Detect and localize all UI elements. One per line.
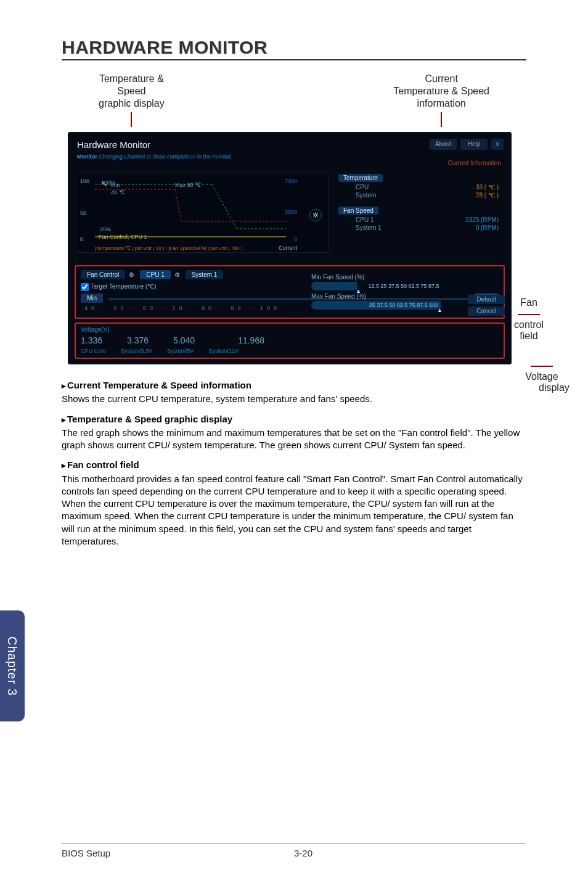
temp-cpu-value: 33 ( ℃ ) xyxy=(476,184,499,191)
section-para: This motherboard provides a fan speed co… xyxy=(62,473,526,548)
hardware-monitor-window: Hardware Monitor About Help x Monitor Ch… xyxy=(68,132,512,364)
temperature-tab[interactable]: Temperature xyxy=(338,174,383,182)
top-annotations: Temperature & Speed graphic display Curr… xyxy=(62,73,526,132)
page-footer: BIOS Setup 3-20 xyxy=(62,844,526,858)
min-button[interactable]: Min xyxy=(81,294,103,303)
anno-graph-display: Temperature & Speed graphic display xyxy=(99,73,165,127)
anno-text: Temperature & xyxy=(99,73,164,85)
anno-text: Voltage xyxy=(525,371,558,382)
callout-line xyxy=(441,112,442,127)
temp-system-label: System xyxy=(356,192,376,199)
anno-voltage: Voltage display xyxy=(514,360,570,393)
chapter-tab: Chapter 3 xyxy=(0,610,25,721)
page-title: HARDWARE MONITOR xyxy=(62,37,526,60)
label-current: Current xyxy=(279,245,297,251)
min-fan-speed-label: Min Fan Speed (%) xyxy=(311,274,496,281)
y2-axis-3500: 3500 xyxy=(285,209,297,215)
section-heading-current: Current Temperature & Speed information xyxy=(62,379,526,392)
footer-page-number: 3-20 xyxy=(294,848,312,858)
voltage-panel: Voltage(V) 1.336 3.376 5.040 11.968 CPU … xyxy=(75,322,505,359)
svg-line-4 xyxy=(175,189,181,221)
footer-section: BIOS Setup xyxy=(62,848,294,858)
y2-axis-7000: 7000 xyxy=(285,178,297,184)
fan-control-label: Fan Control xyxy=(81,270,125,279)
section-para: Shows the current CPU temperature, syste… xyxy=(62,393,526,405)
anno-text: display xyxy=(539,382,570,393)
fanspeed-tab[interactable]: Fan Speed xyxy=(338,207,378,215)
gear-icon[interactable]: ⚙ xyxy=(174,271,182,279)
voltage-lab-3v3: System/3.3V xyxy=(121,348,152,354)
label-min: Min xyxy=(111,182,120,188)
tab-cpu1[interactable]: CPU 1 xyxy=(140,270,170,279)
temp-speed-graph: 100 50 0 ⤡ 100% Min 40 ℃ xyxy=(76,173,329,253)
close-button[interactable]: x xyxy=(491,139,504,150)
anno-fan-field: Fan control field xyxy=(514,297,544,342)
fan-icon: ✲ xyxy=(309,209,322,221)
voltage-12v: 11.968 xyxy=(238,335,264,345)
svg-line-1 xyxy=(212,184,237,229)
voltage-lab-12v: System/12V xyxy=(209,348,239,354)
slider-values: 25 37.5 50 62.5 75 87.5 100 xyxy=(369,302,439,308)
monitor-label: Monitor xyxy=(77,154,97,160)
tab-system1[interactable]: System 1 xyxy=(186,270,224,279)
default-button[interactable]: Default xyxy=(468,295,505,304)
fan-sys1-label: System 1 xyxy=(356,224,382,231)
min-fan-speed-slider[interactable]: 12.5 25 37.5 50 62.5 75 87.5▲ xyxy=(311,282,496,290)
y2-axis-0: 0 xyxy=(294,236,297,242)
voltage-lab-cpucore: CPU Core xyxy=(81,348,106,354)
anno-text: Fan xyxy=(520,297,537,308)
voltage-cpu-core: 1.336 xyxy=(81,335,102,345)
about-button[interactable]: About xyxy=(430,139,457,150)
temp-system-value: 28 ( ℃ ) xyxy=(476,192,499,199)
gear-icon[interactable]: ⚙ xyxy=(129,271,136,279)
slider-pointer-icon: ▲ xyxy=(356,287,361,295)
label-40c: 40 ℃ xyxy=(111,189,125,195)
anno-text: control field xyxy=(514,319,544,341)
monitor-note: Monitor Changing Channel to show compari… xyxy=(68,154,511,160)
temp-cpu-label: CPU xyxy=(356,184,369,191)
fan-cpu1-value: 3325 (RPM) xyxy=(465,216,499,223)
callout-line xyxy=(518,314,540,315)
y-axis-50: 50 xyxy=(80,210,86,216)
voltage-lab-5v: System/5V xyxy=(167,348,194,354)
slider-values: 12.5 25 37.5 50 62.5 75 87.5 xyxy=(368,283,439,289)
section-heading-fan: Fan control field xyxy=(62,459,526,471)
help-button[interactable]: Help xyxy=(460,139,488,150)
current-info-header: Current Information xyxy=(68,160,511,169)
anno-text: Speed xyxy=(117,85,145,97)
section-para: The red graph shows the minimum and maxi… xyxy=(62,427,526,452)
current-info-panel: Temperature CPU33 ( ℃ ) System28 ( ℃ ) F… xyxy=(335,173,505,253)
voltage-header: Voltage(V) xyxy=(81,326,499,333)
fan-control-field: Fan Control ⚙ CPU 1 ⚙ System 1 Target Te… xyxy=(75,265,505,319)
label-25pct: 25% xyxy=(100,226,111,232)
anno-current-info: Current Temperature & Speed information xyxy=(393,73,489,127)
monitor-note-text: Changing Channel to show comparison in t… xyxy=(97,154,232,160)
fan-cpu1-label: CPU 1 xyxy=(356,216,374,223)
y-axis-100: 100 xyxy=(80,178,89,184)
callout-line xyxy=(131,112,132,127)
window-title: Hardware Monitor xyxy=(77,139,150,150)
body-section: Current Temperature & Speed information … xyxy=(62,379,526,548)
label-fan-control: Fan Control, CPU 1 xyxy=(99,234,147,240)
anno-text: information xyxy=(417,97,466,110)
cancel-button[interactable]: Cancel xyxy=(468,306,505,316)
fan-sys1-value: 0 (RPM) xyxy=(476,224,499,231)
voltage-3v3: 3.376 xyxy=(127,335,149,345)
anno-text: Current xyxy=(425,73,457,85)
anno-text: graphic display xyxy=(99,97,165,110)
section-heading-graph: Temperature & Speed graphic display xyxy=(62,413,526,425)
y-axis-0: 0 xyxy=(80,236,83,242)
voltage-5v: 5.040 xyxy=(173,335,195,345)
callout-line xyxy=(531,366,553,367)
anno-text: Temperature & Speed xyxy=(393,85,489,97)
graph-scale-note: [Temperature:℃ ] per unit ( 10 ) / [Fan … xyxy=(95,245,242,251)
target-temp-label: Target Temperature (℃) xyxy=(91,283,157,290)
label-max: Max 90 ℃ xyxy=(175,182,201,188)
window-titlebar: Hardware Monitor About Help x xyxy=(68,133,511,154)
target-temp-check[interactable] xyxy=(81,283,89,291)
slider-pointer-icon: ▲ xyxy=(437,306,443,314)
